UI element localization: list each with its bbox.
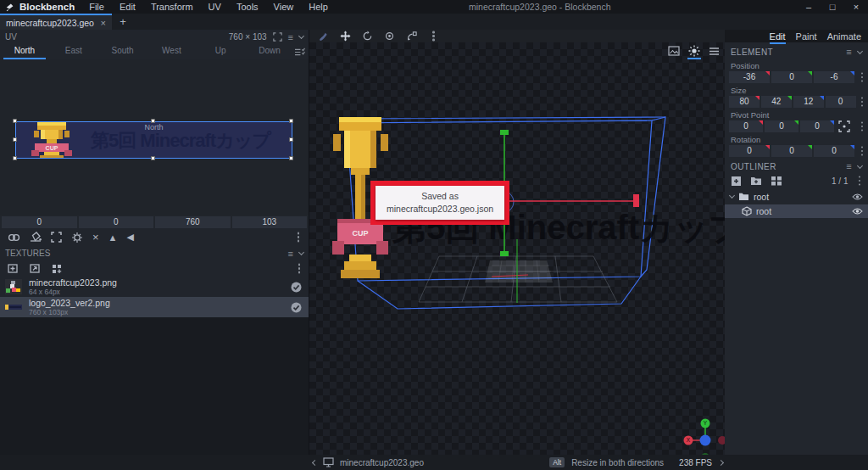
move-tool-icon[interactable]	[340, 31, 351, 42]
add-group-icon[interactable]	[750, 176, 762, 186]
pivot-z-field[interactable]: 0	[800, 120, 834, 132]
uv-handle-n[interactable]	[151, 119, 155, 123]
uv-width-field[interactable]: 760	[155, 216, 231, 228]
uv-link-icon[interactable]	[8, 232, 20, 243]
uv-collapse-icon[interactable]	[298, 33, 304, 39]
select-pivot-icon[interactable]	[838, 120, 850, 132]
pivot-tool-icon[interactable]	[384, 31, 395, 42]
mode-tab-animate[interactable]: Animate	[827, 31, 861, 42]
texture-enabled-check-icon[interactable]	[291, 282, 302, 293]
close-button[interactable]: ×	[844, 0, 868, 14]
vertex-snap-tool-icon[interactable]	[406, 31, 418, 42]
position-more-icon[interactable]	[861, 76, 864, 79]
file-tab[interactable]: minecraftcup2023.geo ×	[0, 14, 112, 30]
maximize-uv-icon[interactable]	[51, 232, 62, 243]
face-options-icon[interactable]	[294, 44, 305, 59]
menu-tools[interactable]: Tools	[229, 2, 266, 12]
uv-y-field[interactable]: 0	[79, 216, 154, 228]
uv-handle-se[interactable]	[289, 156, 293, 160]
add-cube-icon[interactable]	[731, 176, 742, 187]
face-tab-north[interactable]: North	[0, 44, 49, 59]
textures-toolbar	[0, 260, 309, 277]
size-inflate-field[interactable]: 0	[826, 96, 856, 108]
mirror-x-icon[interactable]: ▲	[108, 232, 118, 243]
visibility-eye-icon[interactable]	[852, 193, 863, 201]
tab-close-icon[interactable]: ×	[101, 18, 106, 28]
position-x-field[interactable]: -36	[729, 71, 770, 83]
uv-toolbar-more-icon[interactable]	[298, 236, 300, 238]
textures-collapse-icon[interactable]	[298, 249, 304, 255]
viewport-3d[interactable]: 第5回 Minecraftカップ	[309, 42, 725, 455]
minimize-button[interactable]: –	[797, 0, 821, 14]
rotation-z-field[interactable]: 0	[814, 145, 854, 157]
texture-groups-icon[interactable]	[51, 263, 63, 274]
menu-edit[interactable]: Edit	[112, 2, 143, 12]
toolbar-drag-handle[interactable]	[432, 35, 435, 37]
mirror-y-icon[interactable]: ◀	[126, 232, 133, 243]
rotation-y-field[interactable]: 0	[771, 145, 812, 157]
pivot-x-field[interactable]: 0	[729, 120, 763, 132]
position-z-field[interactable]: -6	[814, 71, 854, 83]
uv-handle-ne[interactable]	[289, 119, 293, 123]
face-tab-down[interactable]: Down	[245, 44, 294, 59]
element-collapse-icon[interactable]	[857, 48, 863, 53]
uv-handle-s[interactable]	[151, 156, 155, 160]
texture-enabled-check-icon[interactable]	[291, 302, 302, 313]
textures-more-icon[interactable]	[298, 267, 301, 270]
uv-handle-nw[interactable]	[13, 119, 17, 123]
uv-fullscreen-icon[interactable]	[273, 32, 282, 42]
mode-tab-edit[interactable]: Edit	[770, 31, 786, 42]
textures-menu-icon[interactable]: ≡	[288, 249, 293, 258]
maximize-button[interactable]: □	[821, 0, 844, 14]
uv-height-field[interactable]: 103	[232, 216, 308, 228]
menu-uv[interactable]: UV	[201, 2, 229, 12]
position-y-field[interactable]: 0	[771, 71, 812, 83]
size-y-field[interactable]: 42	[761, 96, 792, 108]
size-z-field[interactable]: 12	[793, 96, 824, 108]
menu-transform[interactable]: Transform	[143, 2, 201, 12]
status-prev-icon[interactable]	[312, 459, 318, 465]
element-menu-icon[interactable]: ≡	[846, 48, 852, 56]
uv-texture-selection[interactable]: CUP North 第5回 Minecraftカップ	[15, 121, 292, 159]
visibility-eye-icon[interactable]	[852, 207, 863, 215]
uv-handle-e[interactable]	[289, 137, 293, 142]
create-texture-icon[interactable]	[7, 263, 19, 274]
face-tab-south[interactable]: South	[98, 44, 147, 59]
rotation-x-field[interactable]: 0	[729, 145, 770, 157]
clear-uv-icon[interactable]: ×	[92, 231, 99, 243]
brush-tool-icon[interactable]	[318, 31, 329, 42]
rotation-more-icon[interactable]	[861, 150, 864, 153]
uv-menu-icon[interactable]: ≡	[288, 33, 293, 42]
menu-view[interactable]: View	[266, 2, 302, 12]
import-texture-icon[interactable]	[29, 263, 41, 274]
uv-editor-canvas[interactable]: CUP North 第5回 Minecraftカップ	[0, 59, 309, 215]
face-tab-up[interactable]: Up	[196, 44, 245, 59]
auto-uv-icon[interactable]	[71, 232, 83, 243]
size-more-icon[interactable]	[861, 101, 863, 104]
rotate-tool-icon[interactable]	[362, 31, 373, 42]
group-expand-icon[interactable]	[729, 193, 735, 199]
texture-row-logo[interactable]: logo_2023_ver2.png 760 x 103px	[0, 297, 309, 317]
toggle-view-icon[interactable]	[771, 176, 782, 186]
texture-row-minecraftcup[interactable]: minecraftcup2023.png 64 x 64px	[0, 277, 309, 297]
face-tab-east[interactable]: East	[49, 44, 98, 59]
uv-handle-sw[interactable]	[13, 156, 17, 160]
pivot-more-icon[interactable]	[861, 126, 864, 128]
mode-tab-paint[interactable]: Paint	[796, 31, 817, 42]
outliner-more-icon[interactable]	[859, 180, 861, 182]
pivot-y-field[interactable]: 0	[765, 120, 798, 132]
uv-handle-w[interactable]	[13, 137, 17, 142]
status-next-icon[interactable]	[718, 459, 724, 465]
face-tab-west[interactable]: West	[147, 44, 196, 59]
size-x-field[interactable]: 80	[729, 96, 760, 108]
outliner-menu-icon[interactable]: ≡	[846, 162, 852, 171]
menu-file[interactable]: File	[81, 2, 112, 12]
menu-help[interactable]: Help	[301, 2, 336, 12]
paint-bucket-icon[interactable]	[30, 232, 42, 243]
uv-x-field[interactable]: 0	[2, 216, 77, 228]
outliner-collapse-icon[interactable]	[857, 162, 863, 168]
view-axis-gizmo[interactable]: X Y	[684, 419, 726, 456]
outliner-cube-row[interactable]: root	[725, 204, 868, 218]
new-tab-button[interactable]: +	[112, 14, 134, 30]
outliner-group-row[interactable]: root	[725, 190, 868, 203]
